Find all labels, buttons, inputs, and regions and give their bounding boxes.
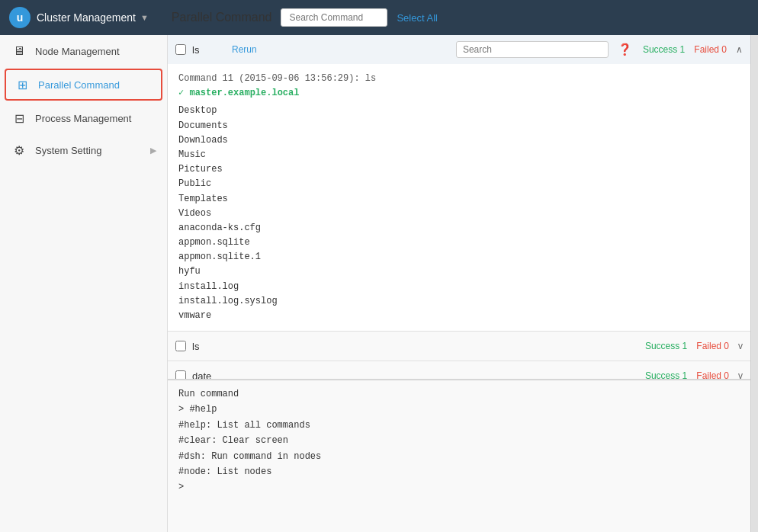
command-row: date Success 1 Failed 0 v <box>168 361 750 380</box>
success-badge: Success 1 <box>645 341 687 351</box>
process-icon: ⊟ <box>11 110 27 127</box>
help-icon[interactable]: ❓ <box>618 43 632 56</box>
sidebar-item-parallel-command[interactable]: ⊞ Parallel Command <box>5 69 162 101</box>
terminal-line: Run command <box>178 386 740 402</box>
terminal-output: Run command > #help #help: List all comm… <box>168 380 750 532</box>
app-title: Cluster Management <box>37 11 136 24</box>
cmd-label: ls <box>192 44 223 56</box>
sidebar-item-node-management[interactable]: 🖥 Node Management <box>0 35 167 67</box>
command-row: ls Success 1 Failed 0 v <box>168 332 750 361</box>
row-search-input[interactable] <box>456 41 609 58</box>
outer-scrollbar[interactable] <box>750 35 758 532</box>
command-output: Command 11 (2015-09-06 13:56:29): ls ✓ m… <box>168 64 750 331</box>
terminal-line: > #help <box>178 402 740 417</box>
chevron-down-button[interactable]: v <box>738 341 743 351</box>
gear-icon: ⚙ <box>11 142 27 159</box>
top-bar: u Cluster Management ▼ Parallel Command … <box>0 0 758 35</box>
success-badge: Success 1 <box>645 370 687 380</box>
sidebar-item-label: System Setting <box>35 145 101 156</box>
chevron-right-icon: ▶ <box>150 146 156 155</box>
terminal-line: #node: List nodes <box>178 464 740 479</box>
app-logo: u <box>9 7 31 28</box>
monitor-icon: 🖥 <box>11 43 27 59</box>
main-layout: 🖥 Node Management ⊞ Parallel Command ⊟ P… <box>0 35 758 532</box>
output-header-line: Command 11 (2015-09-06 13:56:29): ls <box>178 72 740 86</box>
chevron-down-button[interactable]: v <box>738 370 743 380</box>
top-bar-center: Parallel Command Select All <box>149 8 749 27</box>
sidebar-item-system-setting[interactable]: ⚙ System Setting ▶ <box>0 134 167 166</box>
sidebar: 🖥 Node Management ⊞ Parallel Command ⊟ P… <box>0 35 168 532</box>
terminal-line: #help: List all commands <box>178 418 740 433</box>
rerun-button[interactable]: Rerun <box>232 44 257 55</box>
host-line: ✓ master.example.local <box>178 86 740 101</box>
terminal-line: #dsh: Run command in nodes <box>178 449 740 464</box>
cmd-label: ls <box>192 341 223 352</box>
chevron-up-button[interactable]: ∧ <box>736 44 743 55</box>
dropdown-icon[interactable]: ▼ <box>140 13 149 22</box>
command-row-header: date Success 1 Failed 0 v <box>168 361 750 380</box>
page-title: Parallel Command <box>172 11 272 24</box>
sidebar-item-label: Parallel Command <box>38 79 120 91</box>
content-area: ls Rerun ❓ Success 1 Failed 0 ∧ Command … <box>168 35 750 532</box>
failed-badge: Failed 0 <box>696 341 729 351</box>
bottom-panel: Run command > #help #help: List all comm… <box>168 380 750 532</box>
sidebar-item-label: Node Management <box>35 46 120 57</box>
success-badge: Success 1 <box>643 44 685 55</box>
terminal-line: #clear: Clear screen <box>178 433 740 448</box>
parallel-command-icon: ⊞ <box>14 76 31 93</box>
search-command-input[interactable] <box>281 8 387 27</box>
command-row: ls Rerun ❓ Success 1 Failed 0 ∧ Command … <box>168 35 750 332</box>
sidebar-item-process-management[interactable]: ⊟ Process Management <box>0 102 167 134</box>
row-checkbox[interactable] <box>175 341 186 351</box>
row-checkbox[interactable] <box>175 370 186 380</box>
sidebar-item-label: Process Management <box>35 113 131 124</box>
terminal-line: > <box>178 479 740 495</box>
command-list: ls Rerun ❓ Success 1 Failed 0 ∧ Command … <box>168 35 750 380</box>
row-checkbox[interactable] <box>175 44 186 55</box>
select-all-button[interactable]: Select All <box>397 12 437 24</box>
command-row-header: ls Rerun ❓ Success 1 Failed 0 ∧ <box>168 35 750 64</box>
file-list: DesktopDocumentsDownloadsMusicPicturesPu… <box>178 104 740 323</box>
command-row-header: ls Success 1 Failed 0 v <box>168 332 750 361</box>
failed-badge: Failed 0 <box>696 370 729 380</box>
cmd-label: date <box>192 370 223 380</box>
failed-badge: Failed 0 <box>694 44 727 55</box>
